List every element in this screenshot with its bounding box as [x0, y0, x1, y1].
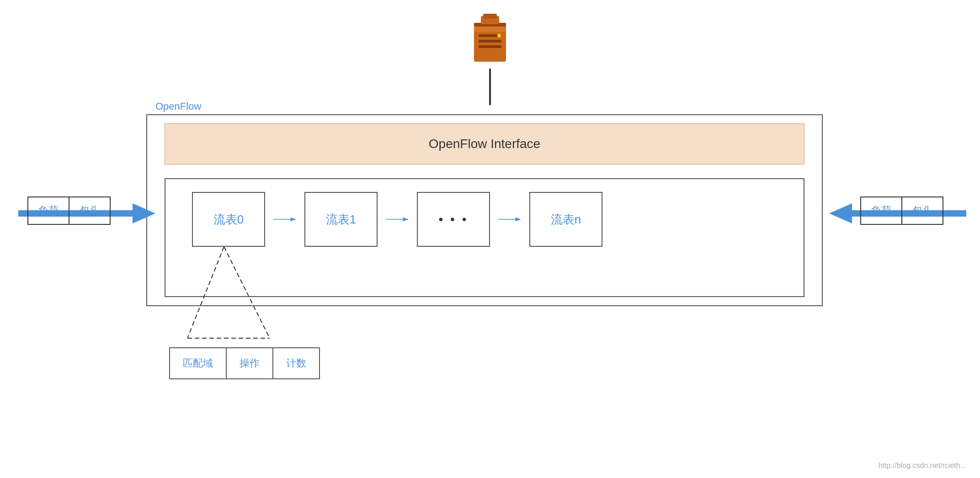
svg-marker-12: [291, 218, 297, 221]
svg-line-18: [187, 247, 224, 338]
flow-table-1: 流表1: [304, 192, 378, 247]
dashed-lines: [178, 247, 315, 356]
arrow-0-to-1: [273, 215, 296, 224]
watermark: http://blog.csdn.net/rcieth...: [879, 462, 966, 470]
server-icon: [469, 14, 511, 69]
sub-table-count: 计数: [273, 348, 319, 378]
packet-right-header: 包头: [902, 197, 943, 224]
interface-bar-text: OpenFlow Interface: [429, 137, 540, 151]
svg-marker-16: [516, 218, 522, 221]
svg-rect-4: [479, 40, 501, 42]
sub-table-match: 匹配域: [170, 348, 227, 378]
openflow-label: OpenFlow: [155, 101, 201, 112]
flow-tables-row: 流表0 流表1 • • •: [192, 192, 602, 247]
packet-right-payload: 负荷: [861, 197, 902, 224]
svg-line-19: [224, 247, 270, 338]
sub-tables-row: 匹配域 操作 计数: [169, 347, 320, 379]
sub-table-action: 操作: [227, 348, 273, 378]
arrow-1-to-dots: [386, 215, 409, 224]
packet-left-payload: 负荷: [28, 197, 69, 224]
packet-box-left: 负荷 包头: [27, 197, 111, 225]
svg-point-6: [497, 34, 501, 37]
svg-rect-8: [483, 14, 497, 18]
server-cable: [489, 69, 491, 105]
svg-marker-14: [403, 218, 409, 221]
flow-table-dots: • • •: [417, 192, 490, 247]
interface-bar: OpenFlow Interface: [165, 123, 804, 165]
flow-table-n: 流表n: [529, 192, 602, 247]
arrow-dots-to-n: [498, 215, 521, 224]
flow-table-0: 流表0: [192, 192, 265, 247]
diagram-container: OpenFlow OpenFlow Interface 负荷 包头 流表0: [0, 0, 980, 478]
packet-box-right: 负荷 包头: [860, 197, 943, 225]
svg-rect-5: [479, 45, 501, 48]
packet-left-header: 包头: [69, 197, 110, 224]
